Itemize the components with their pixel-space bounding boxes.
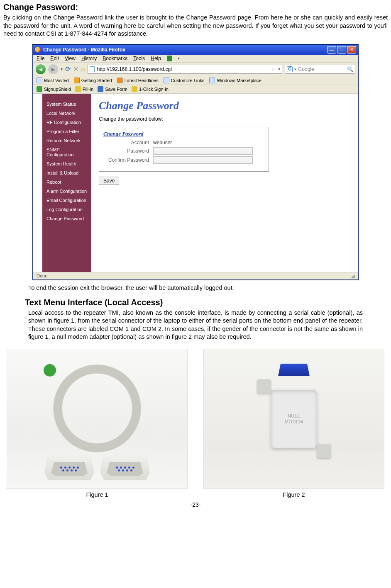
- search-icon[interactable]: 🔍: [347, 66, 353, 72]
- page-icon: [90, 66, 95, 72]
- oneclick-icon: [132, 86, 137, 92]
- sidebar-item-program-filter[interactable]: Program a Filter: [46, 127, 88, 136]
- change-password-form: Change Password Account webuser Password…: [99, 127, 269, 172]
- page-icon: [164, 78, 169, 83]
- url-bar[interactable]: http://192.168.1.100/password.cgi ☆ ▾: [88, 65, 282, 74]
- menu-history[interactable]: History: [81, 56, 97, 61]
- stop-button[interactable]: ✕: [73, 65, 78, 73]
- window-title: Change Password - Mozilla Firefox: [43, 47, 125, 53]
- caption-logout: To end the session exit the browser, the…: [28, 284, 388, 291]
- bookmark-customize-links[interactable]: Customize Links: [164, 78, 205, 83]
- menu-tools[interactable]: Tools: [133, 56, 145, 61]
- sidebar-item-change-password[interactable]: Change Password: [46, 214, 88, 223]
- db9-connector-left: [44, 455, 94, 480]
- sidebar: System Status Local Network RF Configura…: [42, 94, 91, 272]
- sidebar-item-remote-network[interactable]: Remote Network: [46, 136, 88, 145]
- section-body-text-menu: Local access to the repeater TMI, also k…: [28, 309, 363, 341]
- page-content: System Status Local Network RF Configura…: [33, 94, 358, 272]
- forward-button[interactable]: ►: [48, 64, 58, 74]
- toolbar-fillin[interactable]: Fill-in: [75, 86, 93, 92]
- sidebar-item-rf-configuration[interactable]: RF Configuration: [46, 118, 88, 127]
- sidebar-item-log-configuration[interactable]: Log Configuration: [46, 205, 88, 214]
- db9-connector-right: [100, 455, 150, 480]
- toolbar-signupshield[interactable]: SignupShield: [37, 86, 71, 92]
- section-body-change-password: By clicking on the Change Password link …: [3, 14, 388, 38]
- form-title: Change Password: [103, 131, 264, 137]
- sidebar-item-system-health[interactable]: System Health: [46, 159, 88, 168]
- menu-bookmarks[interactable]: Bookmarks: [103, 56, 127, 61]
- bookmark-star-icon[interactable]: ☆: [271, 66, 276, 72]
- google-icon: G: [287, 66, 293, 72]
- page-icon: [209, 78, 215, 83]
- menu-view[interactable]: View: [65, 56, 76, 61]
- toolbar-1click-signin[interactable]: 1-Click Sign-in: [132, 86, 169, 92]
- maximize-button[interactable]: ☐: [337, 46, 346, 53]
- history-dropdown-icon[interactable]: ▾: [61, 67, 63, 71]
- null-modem-adapter: NULL MODEM: [259, 375, 329, 462]
- back-button[interactable]: ◄: [36, 64, 46, 74]
- browser-screenshot: Change Password - Mozilla Firefox — ☐ ✕ …: [32, 44, 359, 280]
- db9-connectors: [44, 455, 150, 480]
- password-label: Password: [103, 148, 153, 154]
- adapter-body-label: NULL MODEM: [271, 390, 317, 448]
- window-titlebar: Change Password - Mozilla Firefox — ☐ ✕: [33, 45, 358, 55]
- bookmark-most-visited[interactable]: Most Visited: [37, 78, 69, 83]
- fillin-icon: [75, 86, 81, 92]
- menu-edit[interactable]: Edit: [50, 56, 59, 61]
- figure-2-image: NULL MODEM: [203, 349, 384, 489]
- navigation-toolbar: ◄ ► ▾ ⟳ ✕ ⌂ http://192.168.1.100/passwor…: [33, 63, 358, 76]
- bookmarks-toolbar: Most Visited Getting Started Latest Head…: [33, 76, 358, 85]
- main-content: Change Password Change the password belo…: [91, 94, 358, 272]
- adapter-flange-icon: [257, 379, 271, 394]
- page-number: -23-: [3, 501, 388, 508]
- firefox-small-icon: [74, 78, 80, 83]
- search-dropdown-icon[interactable]: ▾: [294, 67, 296, 71]
- page-heading: Change Password: [99, 100, 350, 112]
- saveform-icon: [98, 86, 103, 92]
- instruction-text: Change the password below:: [99, 116, 350, 122]
- close-button[interactable]: ✕: [347, 46, 356, 53]
- figure-2-caption: Figure 2: [203, 491, 384, 498]
- bookmark-windows-marketplace[interactable]: Windows Marketplace: [209, 78, 261, 83]
- home-button[interactable]: ⌂: [81, 66, 85, 73]
- bookmark-getting-started[interactable]: Getting Started: [74, 78, 112, 83]
- status-bar: Done ◢: [33, 272, 358, 279]
- account-value: webuser: [153, 140, 172, 146]
- bookmark-latest-headlines[interactable]: Latest Headlines: [117, 78, 159, 83]
- adapter-port-icon: [278, 364, 310, 376]
- dropdown-arrow-icon[interactable]: ▾: [178, 56, 180, 61]
- sidebar-item-alarm-configuration[interactable]: Alarm Configuration: [46, 187, 88, 196]
- figure-1-caption: Figure 1: [7, 491, 188, 498]
- url-dropdown-icon[interactable]: ▾: [278, 67, 280, 71]
- menu-help[interactable]: Help: [151, 56, 161, 61]
- shield-icon: [167, 56, 172, 61]
- confirm-password-label: Confirm Password: [103, 157, 153, 163]
- adapter-flange-icon: [317, 444, 331, 458]
- reload-button[interactable]: ⟳: [65, 65, 71, 73]
- confirm-password-input[interactable]: [153, 156, 253, 164]
- sidebar-item-email-configuration[interactable]: Email Configuration: [46, 196, 88, 205]
- menu-file[interactable]: File: [37, 56, 44, 61]
- sidebar-item-system-status[interactable]: System Status: [46, 100, 88, 109]
- search-box[interactable]: G ▾ Google 🔍: [285, 65, 355, 74]
- minimize-button[interactable]: —: [327, 46, 336, 53]
- sidebar-item-reboot[interactable]: Reboot: [46, 177, 88, 187]
- folder-icon: [37, 78, 42, 83]
- sidebar-item-snmp-configuration[interactable]: SNMP Configuration: [46, 145, 88, 159]
- sidebar-item-install-upload[interactable]: Install & Upload: [46, 168, 88, 177]
- firefox-icon: [35, 47, 41, 53]
- section-heading-text-menu: Text Menu Interface (Local Access): [25, 298, 388, 307]
- svg-point-1: [58, 369, 137, 448]
- toolbar-saveform[interactable]: Save Form: [98, 86, 127, 92]
- sidebar-item-local-network[interactable]: Local Network: [46, 109, 88, 118]
- resize-grip-icon: ◢: [351, 273, 354, 279]
- feed-icon: [117, 78, 123, 83]
- password-input[interactable]: [153, 147, 253, 155]
- signupshield-icon: [37, 86, 42, 92]
- figure-1-image: [7, 349, 188, 489]
- url-text: http://192.168.1.100/password.cgi: [97, 66, 172, 72]
- save-button[interactable]: Save: [99, 177, 119, 185]
- search-placeholder: Google: [298, 66, 314, 72]
- menu-bar: File Edit View History Bookmarks Tools H…: [33, 55, 358, 63]
- status-text: Done: [37, 273, 47, 278]
